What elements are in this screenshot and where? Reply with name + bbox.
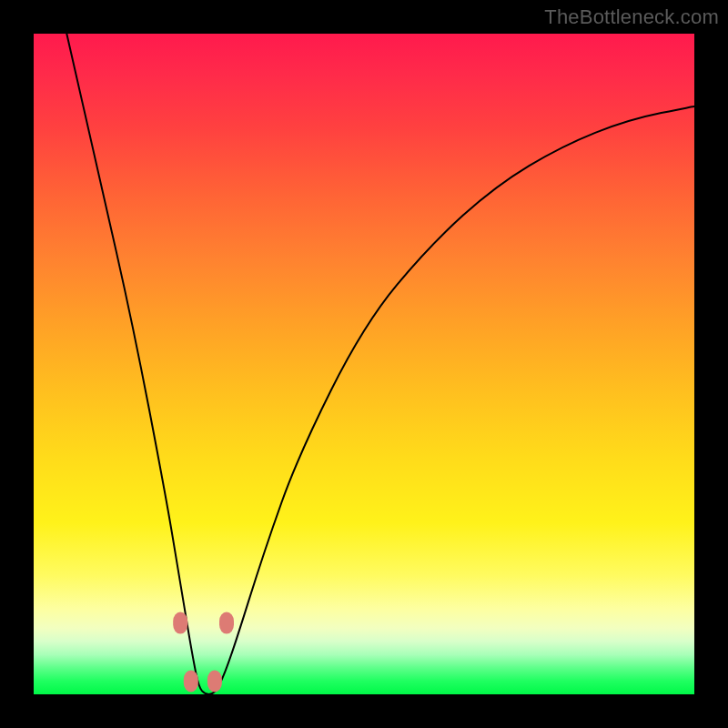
curve-marker <box>219 612 234 634</box>
curve-markers <box>173 612 234 693</box>
bottleneck-curve-svg <box>34 34 694 694</box>
curve-marker <box>184 671 198 693</box>
curve-marker <box>173 612 187 634</box>
curve-marker <box>207 671 222 693</box>
chart-frame: TheBottleneck.com <box>0 0 728 728</box>
plot-area <box>34 34 694 694</box>
watermark-text: TheBottleneck.com <box>544 5 719 29</box>
bottleneck-curve <box>66 34 694 694</box>
